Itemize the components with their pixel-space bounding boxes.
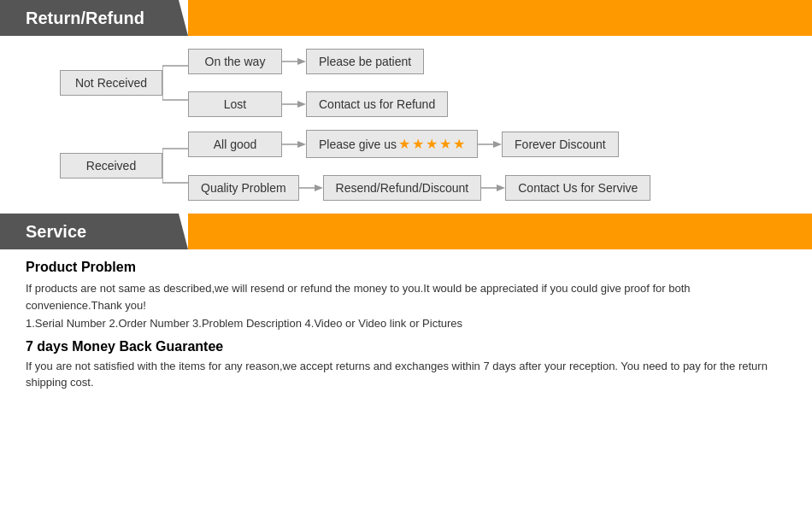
svg-marker-13 [493, 141, 502, 148]
not-received-box: Not Received [60, 70, 162, 96]
star-2: ★ [412, 136, 424, 152]
product-problem-text2: 1.Serial Number 2.Order Number 3.Problem… [26, 315, 786, 332]
all-good-row: All good Please give us ★ ★ ★ ★ ★ [188, 130, 650, 158]
svg-marker-15 [315, 184, 323, 191]
return-refund-header: Return/Refund [0, 0, 812, 36]
money-back-text: If you are not satisfied with the items … [26, 358, 786, 391]
return-refund-label: Return/Refund [0, 0, 188, 36]
star-4: ★ [439, 136, 451, 152]
svg-marker-17 [497, 184, 505, 191]
received-branches: All good Please give us ★ ★ ★ ★ ★ [188, 130, 650, 201]
service-header: Service [0, 214, 812, 249]
arrow-6 [481, 182, 505, 194]
lost-row: Lost Contact us for Refund [188, 91, 448, 117]
header-bar-2 [188, 214, 812, 249]
contact-us-service-box: Contact Us for Servive [505, 175, 650, 201]
service-area: Product Problem If products are not same… [0, 249, 812, 401]
received-connector [162, 132, 188, 200]
not-received-branches: On the way Please be patient Lost Contac… [188, 49, 448, 117]
lost-box: Lost [188, 91, 282, 117]
on-the-way-row: On the way Please be patient [188, 49, 448, 74]
money-back-title: 7 days Money Back Guarantee [26, 339, 786, 354]
all-good-box: All good [188, 132, 282, 157]
not-received-section: Not Received On the way Please be patien… [60, 49, 795, 117]
svg-marker-6 [297, 101, 306, 108]
product-problem-title: Product Problem [26, 260, 786, 275]
svg-marker-11 [297, 141, 306, 148]
arrow-1 [282, 56, 306, 67]
quality-problem-row: Quality Problem Resend/Refund/Discount C… [188, 175, 650, 201]
product-problem-text1: If products are not same as described,we… [26, 280, 786, 313]
star-3: ★ [426, 136, 438, 152]
please-give-us-box: Please give us ★ ★ ★ ★ ★ [306, 130, 478, 158]
arrow-2 [282, 98, 306, 110]
svg-marker-4 [297, 58, 306, 65]
received-section: Received All good Please give us ★ ★ ★ [60, 130, 795, 201]
quality-problem-box: Quality Problem [188, 175, 299, 201]
resend-refund-box: Resend/Refund/Discount [323, 175, 482, 201]
contact-us-refund-box: Contact us for Refund [306, 91, 448, 117]
flowchart-area: Not Received On the way Please be patien… [0, 36, 812, 205]
not-received-connector [162, 49, 188, 117]
forever-discount-box: Forever Discount [502, 132, 619, 157]
arrow-3 [282, 138, 306, 150]
service-label: Service [0, 214, 188, 249]
arrow-4 [478, 138, 502, 150]
received-box: Received [60, 153, 162, 179]
arrow-5 [299, 182, 323, 194]
please-be-patient-box: Please be patient [306, 49, 424, 74]
star-1: ★ [398, 136, 410, 152]
header-bar-1 [188, 0, 812, 36]
please-give-us-text: Please give us [319, 138, 397, 151]
star-5: ★ [453, 136, 465, 152]
on-the-way-box: On the way [188, 49, 282, 74]
